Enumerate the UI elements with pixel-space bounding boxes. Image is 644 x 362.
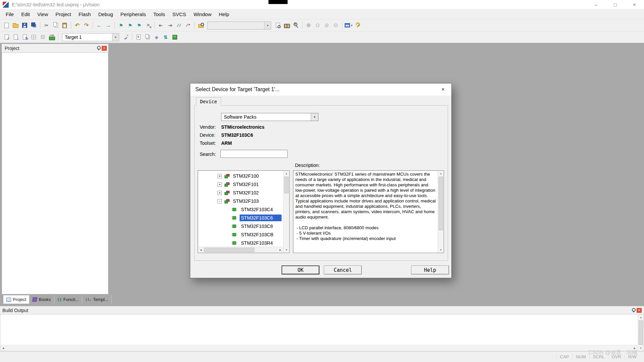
- comment-icon[interactable]: [175, 21, 184, 30]
- unindent-icon[interactable]: [156, 21, 165, 30]
- description-vscrollbar[interactable]: ▲ ▼: [438, 171, 444, 253]
- help-button[interactable]: Help: [411, 265, 449, 275]
- breakpoint-disable-all-icon[interactable]: [322, 21, 331, 30]
- pin-icon[interactable]: [632, 308, 635, 313]
- scroll-up-icon[interactable]: ▲: [284, 171, 289, 176]
- options-for-target-icon[interactable]: [121, 33, 130, 42]
- save-icon[interactable]: [20, 21, 29, 30]
- scroll-right-icon[interactable]: ▶: [278, 247, 283, 253]
- rebuild-icon[interactable]: [20, 33, 29, 42]
- tree-item[interactable]: STM32F103CB: [198, 231, 283, 239]
- scroll-left-icon[interactable]: ◀: [0, 345, 6, 351]
- scroll-down-icon[interactable]: ▼: [438, 247, 444, 253]
- find-in-files-icon[interactable]: [196, 21, 205, 30]
- scroll-down-icon[interactable]: ▼: [638, 345, 644, 351]
- configure-icon[interactable]: [353, 21, 362, 30]
- close-button[interactable]: ×: [625, 0, 644, 9]
- project-tree-area[interactable]: [2, 52, 108, 294]
- tree-item[interactable]: -STM32F103: [198, 197, 283, 205]
- ok-button[interactable]: OK: [282, 265, 319, 275]
- tree-expander-icon[interactable]: +: [217, 174, 222, 178]
- scrollbar-thumb[interactable]: [639, 320, 643, 345]
- chevron-down-icon[interactable]: ▾: [264, 22, 271, 29]
- scroll-down-icon[interactable]: ▼: [284, 247, 289, 253]
- new-file-icon[interactable]: [2, 21, 11, 30]
- menu-flash[interactable]: Flash: [75, 10, 95, 18]
- manage-project-items-icon[interactable]: [143, 33, 152, 42]
- open-file-icon[interactable]: [11, 21, 20, 30]
- bookmark-clear-all-icon[interactable]: [144, 21, 153, 30]
- navigate-back-icon[interactable]: [95, 21, 104, 30]
- build-output-area[interactable]: ▲ ▼ ◀ ▶: [0, 314, 644, 351]
- navigate-forward-icon[interactable]: [104, 21, 113, 30]
- pin-icon[interactable]: [97, 46, 100, 51]
- menu-debug[interactable]: Debug: [95, 10, 117, 18]
- tab-functions[interactable]: Functi...: [54, 295, 83, 304]
- scrollbar-thumb[interactable]: [284, 177, 289, 193]
- undo-icon[interactable]: [73, 21, 82, 30]
- redo-icon[interactable]: [82, 21, 91, 30]
- pack-installer-icon[interactable]: [170, 33, 179, 42]
- tab-device[interactable]: Device: [196, 97, 221, 106]
- tree-item[interactable]: STM32F103C6: [198, 214, 283, 222]
- tree-expander-icon[interactable]: -: [217, 199, 222, 203]
- chevron-down-icon[interactable]: ▼: [311, 113, 318, 121]
- translate-icon[interactable]: [2, 33, 11, 42]
- menu-project[interactable]: Project: [52, 10, 75, 18]
- tree-expander-icon[interactable]: +: [217, 191, 222, 195]
- tab-books[interactable]: Books: [30, 295, 54, 304]
- cut-icon[interactable]: [42, 21, 51, 30]
- search-input[interactable]: [220, 150, 288, 158]
- scrollbar-thumb[interactable]: [439, 177, 443, 230]
- save-all-icon[interactable]: [29, 21, 38, 30]
- paste-icon[interactable]: [60, 21, 69, 30]
- breakpoint-toggle-icon[interactable]: [304, 21, 313, 30]
- copy-icon[interactable]: [51, 21, 60, 30]
- menu-view[interactable]: View: [34, 10, 52, 18]
- batch-build-icon[interactable]: [29, 33, 38, 42]
- tree-expander-icon[interactable]: +: [217, 182, 222, 187]
- chevron-down-icon[interactable]: ▾: [112, 34, 119, 41]
- tree-item[interactable]: +STM32F101: [198, 180, 283, 189]
- software-packs-icon[interactable]: [161, 33, 170, 42]
- tree-item[interactable]: STM32F103C4: [198, 205, 283, 214]
- tab-templates[interactable]: Templ...: [82, 295, 112, 304]
- minimize-button[interactable]: –: [587, 0, 606, 9]
- zoom-icon[interactable]: [291, 21, 300, 30]
- scrollbar-thumb[interactable]: [204, 248, 254, 252]
- maximize-button[interactable]: □: [606, 0, 625, 9]
- target-select[interactable]: Target 1▾: [62, 33, 119, 41]
- find-next-icon[interactable]: [273, 21, 282, 30]
- scroll-left-icon[interactable]: ◀: [198, 247, 204, 253]
- device-description[interactable]: STMicroelectronics' STM32F1 series of ma…: [293, 170, 444, 253]
- menu-svcs[interactable]: SVCS: [169, 10, 190, 18]
- panel-close-icon[interactable]: [102, 46, 107, 51]
- menu-edit[interactable]: Edit: [17, 10, 34, 18]
- tab-project[interactable]: Project: [3, 295, 30, 304]
- device-tree[interactable]: +STM32F100+STM32F101+STM32F102-STM32F103…: [198, 170, 290, 253]
- breakpoint-disable-icon[interactable]: [313, 21, 322, 30]
- scroll-up-icon[interactable]: ▲: [638, 314, 644, 320]
- tree-hscrollbar[interactable]: ◀ ▶: [198, 247, 283, 253]
- bookmark-prev-icon[interactable]: [126, 21, 135, 30]
- build-output-close-icon[interactable]: [637, 308, 642, 313]
- uncomment-icon[interactable]: [184, 21, 193, 30]
- menu-tools[interactable]: Tools: [150, 10, 169, 18]
- search-combobox[interactable]: ▾: [207, 21, 271, 29]
- find-icon[interactable]: [282, 21, 291, 30]
- indent-icon[interactable]: [165, 21, 175, 30]
- tree-item[interactable]: +STM32F100: [198, 172, 283, 180]
- download-icon[interactable]: LOAD: [47, 33, 56, 42]
- breakpoint-kill-all-icon[interactable]: [331, 21, 340, 30]
- build-output-vscrollbar[interactable]: ▲ ▼: [638, 314, 644, 351]
- multi-project-icon[interactable]: [152, 33, 161, 42]
- tree-vscrollbar[interactable]: ▲ ▼: [283, 171, 289, 253]
- chevron-down-icon[interactable]: ▾: [351, 24, 353, 27]
- menu-peripherals[interactable]: Peripherals: [117, 10, 150, 18]
- tree-item[interactable]: +STM32F102: [198, 189, 283, 197]
- menu-window[interactable]: Window: [190, 10, 215, 18]
- tree-item[interactable]: STM32F103R4: [198, 239, 283, 247]
- bookmark-toggle-icon[interactable]: [116, 21, 126, 30]
- build-output-hscrollbar[interactable]: ◀ ▶: [0, 345, 638, 351]
- build-icon[interactable]: [11, 33, 20, 42]
